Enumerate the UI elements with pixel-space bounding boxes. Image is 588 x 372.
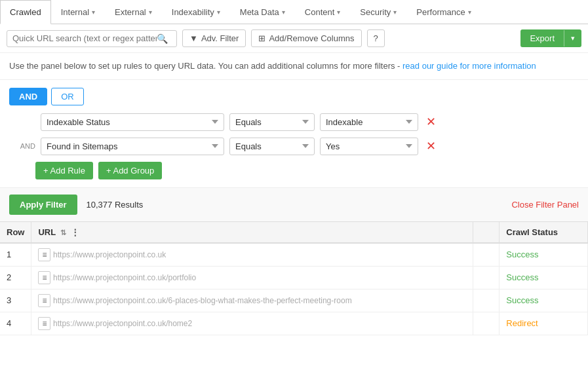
tab-internal[interactable]: Internal ▾ (51, 0, 105, 24)
rule-connector: AND (16, 142, 35, 150)
sort-icon: ⇅ (60, 229, 66, 236)
close-filter-panel-link[interactable]: Close Filter Panel (511, 200, 579, 210)
table-row: 4 ≡ https://www.projectonpoint.co.uk/hom… (0, 312, 588, 335)
help-button[interactable]: ? (367, 29, 385, 47)
url-value: https://www.projectonpoint.co.uk/portfol… (53, 273, 196, 282)
chevron-down-icon: ▾ (282, 9, 285, 16)
add-remove-columns-button[interactable]: ⊞ Add/Remove Columns (251, 29, 361, 47)
results-count: 10,377 Results (87, 200, 144, 210)
remove-rule-button[interactable]: ✕ (423, 115, 439, 129)
row-menu-button[interactable]: ≡ (38, 271, 50, 284)
search-input[interactable] (12, 33, 157, 43)
row-number: 2 (0, 266, 31, 289)
row-action-cell (473, 243, 500, 267)
chevron-down-icon: ▾ (92, 9, 95, 16)
tab-indexability[interactable]: Indexability ▾ (162, 0, 230, 24)
col-header-url[interactable]: URL ⇅ ⋮ (31, 222, 473, 243)
results-bar: Apply Filter 10,377 Results Close Filter… (0, 188, 588, 222)
url-value: https://www.projectonpoint.co.uk/6-place… (53, 296, 352, 305)
chevron-down-icon: ▾ (217, 9, 220, 16)
row-action-cell (473, 266, 500, 289)
crawl-status: Success (500, 266, 588, 289)
logic-or-button[interactable]: OR (51, 88, 84, 105)
rule-value-select[interactable]: Indexable (320, 113, 418, 131)
toolbar: 🔍 ▼ Adv. Filter ⊞ Add/Remove Columns ? E… (0, 24, 588, 53)
crawl-status: Success (500, 289, 588, 312)
filter-rules: Indexable Status Equals Indexable ✕ AND … (16, 113, 579, 155)
filter-rule: Indexable Status Equals Indexable ✕ (16, 113, 579, 131)
tab-metadata[interactable]: Meta Data ▾ (230, 0, 295, 24)
row-number: 3 (0, 289, 31, 312)
search-wrap: 🔍 (7, 30, 177, 47)
row-number: 4 (0, 312, 31, 335)
tab-crawled[interactable]: Crawled (0, 0, 51, 24)
tab-external[interactable]: External ▾ (105, 0, 162, 24)
col-header-crawl-status: Crawl Status (500, 222, 588, 243)
rule-operator-select[interactable]: Equals (229, 138, 315, 155)
filter-panel: AND OR Indexable Status Equals Indexable… (0, 80, 588, 188)
crawl-status: Success (500, 243, 588, 267)
adv-filter-button[interactable]: ▼ Adv. Filter (182, 29, 246, 47)
add-rule-button[interactable]: + Add Rule (35, 162, 93, 179)
column-menu-icon[interactable]: ⋮ (71, 227, 79, 237)
remove-rule-button[interactable]: ✕ (423, 139, 439, 153)
col-header-row: Row (0, 222, 31, 243)
row-menu-button[interactable]: ≡ (38, 248, 50, 261)
tab-performance[interactable]: Performance ▾ (406, 0, 480, 24)
rule-actions: + Add Rule + Add Group (35, 162, 579, 179)
row-action-cell (473, 312, 500, 335)
url-cell: ≡ https://www.projectonpoint.co.uk/portf… (31, 266, 473, 289)
table-row: 2 ≡ https://www.projectonpoint.co.uk/por… (0, 266, 588, 289)
guide-link[interactable]: read our guide for more information (402, 61, 536, 71)
table-container: Row URL ⇅ ⋮ Crawl Status 1 ≡ https://www… (0, 222, 588, 335)
search-icon: 🔍 (157, 33, 168, 44)
results-left: Apply Filter 10,377 Results (9, 195, 143, 215)
chevron-down-icon: ▾ (149, 9, 152, 16)
export-dropdown-arrow[interactable]: ▾ (564, 30, 581, 46)
data-table: Row URL ⇅ ⋮ Crawl Status 1 ≡ https://www… (0, 222, 588, 335)
filter-rule: AND Found in Sitemaps Equals Yes ✕ (16, 138, 579, 155)
col-header-empty (473, 222, 500, 243)
rule-field-select[interactable]: Indexable Status (41, 113, 224, 131)
tab-security[interactable]: Security ▾ (350, 0, 406, 24)
rule-field-select[interactable]: Found in Sitemaps (41, 138, 224, 155)
url-cell: ≡ https://www.projectonpoint.co.uk/6-pla… (31, 289, 473, 312)
row-menu-button[interactable]: ≡ (38, 317, 50, 330)
row-menu-button[interactable]: ≡ (38, 294, 50, 307)
logic-buttons: AND OR (9, 88, 579, 105)
rule-operator-select[interactable]: Equals (229, 113, 315, 131)
table-row: 1 ≡ https://www.projectonpoint.co.uk Suc… (0, 243, 588, 267)
chevron-down-icon: ▾ (468, 9, 471, 16)
row-number: 1 (0, 243, 31, 267)
rule-value-select[interactable]: Yes (320, 138, 418, 155)
export-button[interactable]: Export ▾ (520, 29, 581, 47)
filter-icon: ▼ (189, 33, 198, 43)
logic-and-button[interactable]: AND (9, 88, 47, 105)
url-cell: ≡ https://www.projectonpoint.co.uk (31, 243, 473, 267)
tab-content[interactable]: Content ▾ (295, 0, 351, 24)
apply-filter-button[interactable]: Apply Filter (9, 195, 77, 215)
chevron-down-icon: ▾ (337, 9, 340, 16)
table-header-row: Row URL ⇅ ⋮ Crawl Status (0, 222, 588, 243)
add-group-button[interactable]: + Add Group (98, 162, 162, 179)
row-action-cell (473, 289, 500, 312)
table-row: 3 ≡ https://www.projectonpoint.co.uk/6-p… (0, 289, 588, 312)
info-bar: Use the panel below to set up rules to q… (0, 53, 588, 80)
url-value: https://www.projectonpoint.co.uk/home2 (53, 319, 192, 328)
crawl-status: Redirect (500, 312, 588, 335)
url-cell: ≡ https://www.projectonpoint.co.uk/home2 (31, 312, 473, 335)
url-value: https://www.projectonpoint.co.uk (53, 250, 166, 259)
chevron-down-icon: ▾ (393, 9, 397, 16)
nav-tabs: Crawled Internal ▾ External ▾ Indexabili… (0, 0, 588, 24)
columns-icon: ⊞ (258, 33, 265, 43)
